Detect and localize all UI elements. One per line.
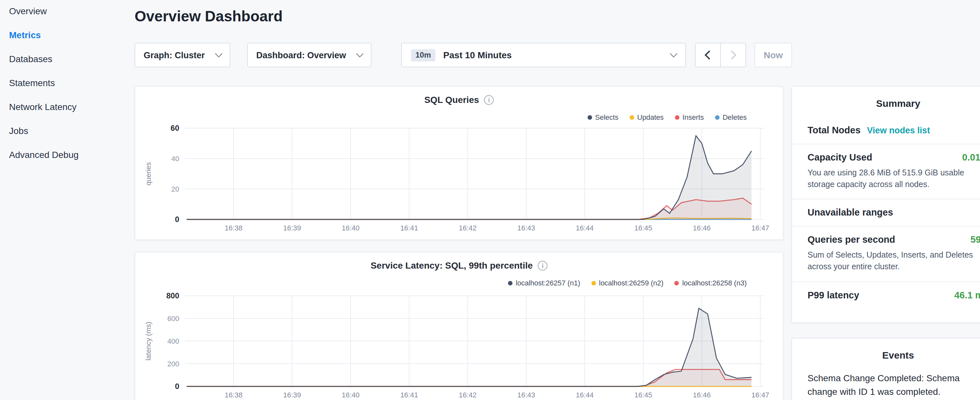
p99-latency-label: P99 latency	[808, 290, 859, 300]
view-nodes-list-link[interactable]: View nodes list	[867, 126, 930, 135]
summary-row-unavailable-ranges: Unavailable ranges 0	[792, 199, 980, 226]
svg-text:16:46: 16:46	[693, 391, 711, 399]
chevron-down-icon	[670, 50, 678, 57]
unavailable-ranges-label: Unavailable ranges	[808, 207, 893, 218]
sidebar-item-jobs[interactable]: Jobs	[9, 126, 127, 136]
events-panel: Events Schema Change Completed: Schema c…	[791, 338, 980, 400]
time-range-label: Past 10 Minutes	[443, 50, 512, 60]
svg-text:16:47: 16:47	[751, 224, 769, 232]
summary-panel: Summary Total Nodes View nodes list 3 Ca…	[791, 86, 980, 323]
service-latency-chart[interactable]: 16:3816:3916:4016:4116:4216:4316:4416:45…	[135, 252, 784, 400]
svg-text:0: 0	[175, 382, 179, 390]
svg-text:600: 600	[167, 315, 179, 323]
dashboard-dropdown-label: Dashboard: Overview	[256, 50, 346, 60]
summary-row-total-nodes: Total Nodes View nodes list 3	[792, 117, 980, 144]
event-list-item[interactable]: Schema Change Completed: Schema change w…	[792, 371, 980, 400]
capacity-used-description: You are using 28.6 MiB of 515.9 GiB usab…	[808, 167, 980, 191]
dashboard-dropdown[interactable]: Dashboard: Overview	[247, 43, 371, 67]
summary-row-p99-latency: P99 latency 46.1 ms	[792, 281, 980, 308]
svg-text:800: 800	[166, 291, 179, 300]
svg-text:16:44: 16:44	[576, 224, 594, 232]
sidebar-item-statements[interactable]: Statements	[9, 78, 127, 88]
queries-per-second-description: Sum of Selects, Updates, Inserts, and De…	[808, 250, 980, 273]
time-step-buttons	[695, 43, 746, 67]
service-latency-chart-card: Service Latency: SQL, 99th percentile i …	[135, 252, 784, 400]
chevron-right-icon	[727, 51, 737, 59]
svg-text:16:38: 16:38	[224, 224, 242, 232]
sidebar-item-overview[interactable]: Overview	[9, 6, 127, 16]
sql-queries-chart[interactable]: 16:3816:3916:4016:4116:4216:4316:4416:45…	[135, 87, 784, 241]
chevron-left-icon	[705, 51, 714, 59]
svg-text:16:41: 16:41	[400, 224, 418, 232]
events-title: Events	[792, 338, 980, 369]
capacity-used-value: 0.01%	[962, 152, 980, 163]
time-step-forward-button[interactable]	[720, 43, 746, 67]
svg-text:16:43: 16:43	[517, 391, 535, 399]
event-message: Schema Change Completed: Schema change w…	[792, 371, 980, 399]
sidebar: Overview Metrics Databases Statements Ne…	[0, 0, 127, 174]
sql-queries-chart-card: SQL Queries i Selects Updates Inserts De…	[135, 86, 784, 240]
sidebar-item-network-latency[interactable]: Network Latency	[9, 102, 127, 112]
summary-row-queries-per-second: Queries per second 59.7 Sum of Selects, …	[792, 226, 980, 282]
svg-text:16:45: 16:45	[635, 224, 652, 232]
svg-text:16:39: 16:39	[283, 391, 301, 399]
summary-row-capacity-used: Capacity Used 0.01% You are using 28.6 M…	[792, 144, 980, 199]
svg-text:40: 40	[172, 155, 179, 163]
time-range-badge: 10m	[411, 49, 436, 61]
graph-dropdown[interactable]: Graph: Cluster	[135, 43, 231, 67]
svg-text:16:38: 16:38	[224, 391, 242, 399]
app-root: Overview Metrics Databases Statements Ne…	[0, 0, 980, 400]
time-step-back-button[interactable]	[695, 43, 721, 67]
chevron-down-icon	[356, 50, 364, 57]
queries-per-second-value: 59.7	[970, 234, 980, 245]
svg-text:16:40: 16:40	[342, 391, 360, 399]
svg-text:60: 60	[170, 124, 179, 132]
svg-text:queries: queries	[144, 162, 153, 185]
page-title: Overview Dashboard	[135, 8, 283, 25]
svg-text:16:39: 16:39	[283, 224, 301, 232]
svg-text:16:47: 16:47	[751, 391, 769, 399]
svg-text:16:44: 16:44	[576, 391, 594, 399]
summary-title: Summary	[792, 87, 980, 117]
svg-text:20: 20	[172, 185, 179, 193]
p99-latency-value: 46.1 ms	[955, 290, 980, 300]
svg-text:16:43: 16:43	[517, 224, 535, 232]
svg-text:16:40: 16:40	[342, 224, 360, 232]
svg-text:latency (ms): latency (ms)	[144, 322, 153, 360]
time-range-dropdown[interactable]: 10m Past 10 Minutes	[401, 43, 686, 67]
chevron-down-icon	[215, 50, 223, 57]
queries-per-second-label: Queries per second	[808, 234, 895, 245]
sidebar-item-databases[interactable]: Databases	[9, 54, 127, 64]
svg-text:0: 0	[175, 215, 179, 224]
svg-text:400: 400	[167, 337, 179, 345]
graph-dropdown-label: Graph: Cluster	[144, 50, 205, 60]
svg-text:16:42: 16:42	[459, 391, 477, 399]
svg-text:16:46: 16:46	[693, 224, 711, 232]
svg-text:16:41: 16:41	[400, 391, 418, 399]
svg-text:16:45: 16:45	[635, 391, 652, 399]
capacity-used-label: Capacity Used	[808, 152, 872, 163]
svg-text:200: 200	[167, 360, 179, 368]
now-button[interactable]: Now	[754, 43, 792, 67]
sidebar-item-advanced-debug[interactable]: Advanced Debug	[9, 150, 127, 160]
svg-text:16:42: 16:42	[459, 224, 477, 232]
sidebar-item-metrics[interactable]: Metrics	[9, 30, 127, 40]
total-nodes-label: Total Nodes	[808, 125, 861, 135]
